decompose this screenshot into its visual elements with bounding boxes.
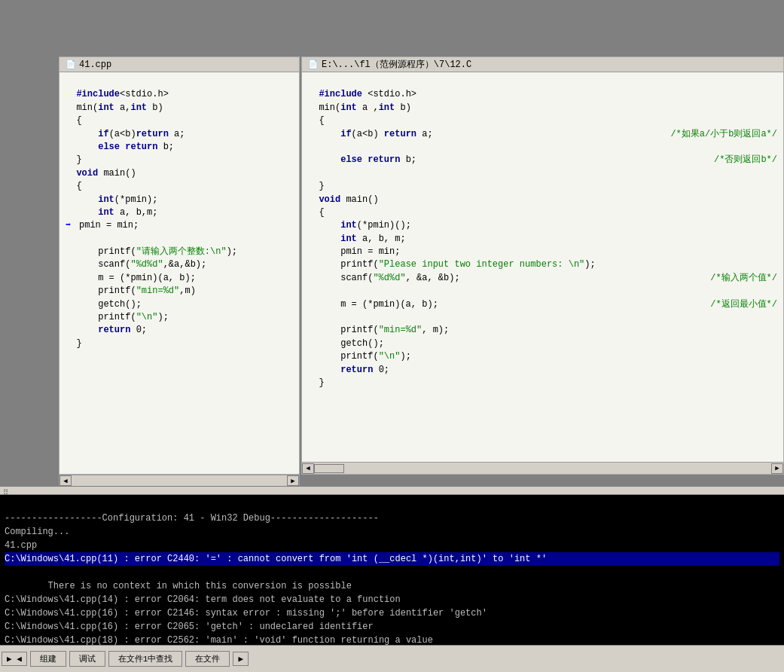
output-line: C:\Windows\41.cpp(16) : error C2065: 'ge… [5,622,374,632]
output-line: C:\Windows\41.cpp(18) : error C2562: 'ma… [5,635,433,645]
scroll-track [72,475,287,486]
code-line: printf("\n"); [66,312,169,322]
output-line: 41.cpp [5,540,37,551]
main-container: 📄 41.cpp #include<stdio.h> min(int a,int… [0,0,784,672]
right-editor-content[interactable]: #include <stdio.h> min(int a ,int b) { i… [302,72,783,474]
code-line: return 0; [66,325,147,335]
code-line: void main() [66,168,136,179]
code-line: printf("\n"); [308,351,411,362]
right-scroll-left-btn[interactable]: ◀ [302,463,314,474]
code-line: else return b; [66,142,174,152]
right-scroll-track [344,463,771,474]
output-content: ------------------Configuration: 41 - Wi… [0,495,784,645]
output-line: There is no context in which this conver… [5,581,352,591]
code-line: if(a<b)return a; [66,129,185,139]
right-scroll-thumb [314,464,344,473]
code-line: m = (*pmin)(a, b); [66,273,196,283]
file-icon-right: 📄 [308,60,319,69]
code-line: scanf("%d%d", &a, &b); /*输入两个值*/ [308,272,777,285]
code-line: } [308,181,325,191]
code-line: if(a<b) return a; /*如果a/小于b则返回a*/ [308,128,777,141]
right-editor-tab[interactable]: 📄 E:\...\fl（范例源程序）\7\12.C [302,57,783,72]
bottom-tab-bar: ▶ ◀ 组建 调试 在文件1中查找 在文件 ▶ [0,645,784,672]
code-line: m = (*pmin)(a, b); /*返回最小值*/ [308,298,777,311]
scroll-left-btn[interactable]: ◀ [59,475,72,486]
output-line: C:\Windows\41.cpp(16) : error C2146: syn… [5,608,487,619]
output-panel: ------------------Configuration: 41 - Wi… [0,495,784,645]
tab-nav-prev[interactable]: ▶ ◀ [2,652,27,666]
divider-bar[interactable]: ⠿ [0,486,784,495]
code-line: printf("min=%d",m) [66,286,196,296]
code-line: #include <stdio.h> [308,89,416,99]
output-line-error: C:\Windows\41.cpp(11) : error C2440: '='… [5,552,779,566]
code-line: min(int a ,int b) [308,102,411,113]
code-line: printf("min=%d", m); [308,325,449,335]
scroll-right-btn[interactable]: ▶ [287,475,299,486]
right-editor-tab-label: E:\...\fl（范例源程序）\7\12.C [322,58,471,71]
code-line: getch(); [66,299,142,310]
file-icon: 📄 [66,60,76,69]
output-line: Compiling... [5,527,69,537]
right-scroll-right-btn[interactable]: ▶ [771,463,783,474]
code-line: printf("请输入两个整数:\n"); [66,246,237,257]
code-line: { [308,115,325,126]
code-line: min(int a,int b) [66,102,163,113]
code-line: printf("Please input two integer numbers… [308,259,596,270]
code-line: int(*pmin)(); [308,220,411,231]
code-line: pmin = min; [308,246,400,257]
tab-find-in-file1[interactable]: 在文件1中查找 [108,651,183,667]
code-line: } [308,377,325,388]
code-line: return 0; [308,365,389,375]
tab-nav-next[interactable]: ▶ [233,652,249,666]
output-line: ------------------Configuration: 41 - Wi… [5,513,379,524]
code-line-arrow: ➡pmin = min; [66,219,293,232]
left-editor-hscroll[interactable]: ◀ ▶ [59,475,300,487]
code-line: { [308,207,325,218]
code-line: int a, b, m; [308,234,406,244]
code-line: } [66,338,82,349]
code-line: else return b; /*否则返回b*/ [308,154,777,166]
tab-find-in-file[interactable]: 在文件 [185,651,230,667]
output-line: C:\Windows\41.cpp(14) : error C2064: ter… [5,594,401,605]
code-line: int a, b,m; [66,207,157,218]
code-line: { [66,115,82,126]
code-line: } [66,154,82,165]
tab-debug[interactable]: 调试 [69,651,105,667]
code-line: getch(); [308,338,384,349]
left-editor-tab[interactable]: 📄 41.cpp [59,57,299,72]
right-editor-panel: 📄 E:\...\fl（范例源程序）\7\12.C #include <stdi… [301,57,784,475]
code-line: scanf("%d%d",&a,&b); [66,259,206,270]
left-editor-content[interactable]: #include<stdio.h> min(int a,int b) { if(… [59,72,299,474]
code-line: { [66,181,82,191]
code-line: int(*pmin); [66,194,157,205]
code-line: #include<stdio.h> [66,89,169,99]
code-line: void main() [308,194,379,205]
left-editor-tab-label: 41.cpp [79,60,111,70]
right-editor-hscroll[interactable]: ◀ ▶ [302,462,783,474]
tab-build[interactable]: 组建 [30,651,66,667]
left-editor-panel: 📄 41.cpp #include<stdio.h> min(int a,int… [59,57,300,475]
